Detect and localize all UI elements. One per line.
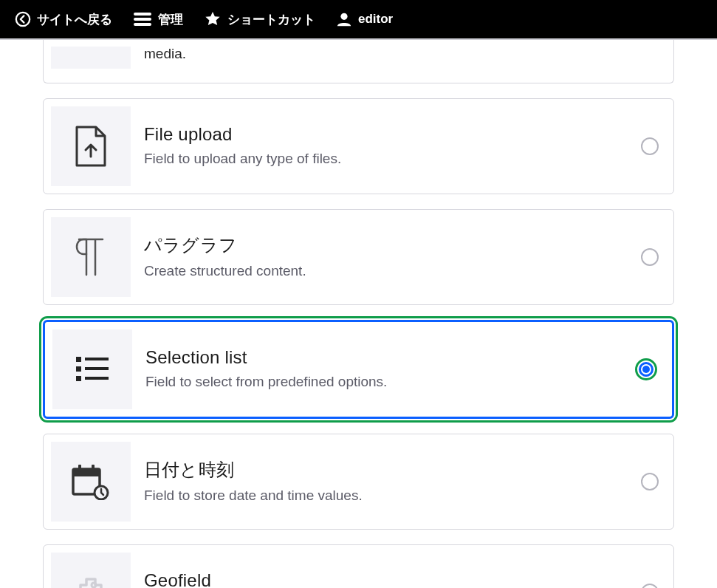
field-desc: media. — [144, 44, 659, 64]
manage-label: 管理 — [158, 11, 183, 28]
radio-input[interactable] — [641, 473, 659, 490]
back-to-site-link[interactable]: サイトへ戻る — [6, 7, 121, 33]
svg-point-4 — [340, 13, 347, 20]
shortcut-label: ショートカット — [227, 11, 315, 28]
field-type-list: media. File upload Field to upload any t… — [0, 40, 717, 588]
svg-rect-13 — [78, 465, 81, 472]
geofield-icon — [51, 553, 131, 588]
svg-rect-14 — [92, 465, 95, 472]
svg-rect-10 — [85, 377, 109, 380]
file-upload-icon — [51, 106, 131, 186]
field-desc: Field to select from predefined options. — [145, 372, 623, 392]
field-option-date-time[interactable]: 日付と時刻 Field to store date and time value… — [43, 434, 674, 530]
admin-topbar: サイトへ戻る 管理 ショートカット editor — [0, 0, 717, 38]
field-option-media-partial[interactable]: media. — [43, 40, 674, 83]
back-label: サイトへ戻る — [37, 11, 112, 28]
svg-rect-9 — [76, 376, 81, 381]
menu-icon — [133, 11, 152, 27]
field-option-file-upload[interactable]: File upload Field to upload any type of … — [43, 98, 674, 194]
svg-rect-7 — [76, 366, 81, 372]
field-title: File upload — [144, 124, 629, 145]
star-icon — [204, 10, 222, 28]
media-icon — [51, 47, 131, 69]
user-menu[interactable]: editor — [327, 7, 402, 32]
radio-input[interactable] — [635, 358, 657, 380]
svg-rect-1 — [134, 13, 151, 16]
field-title: 日付と時刻 — [144, 458, 629, 482]
manage-link[interactable]: 管理 — [124, 7, 192, 33]
field-desc: Create structured content. — [144, 261, 629, 281]
svg-rect-3 — [134, 23, 151, 26]
field-title: パラグラフ — [144, 233, 629, 257]
svg-rect-8 — [85, 367, 109, 370]
user-icon — [336, 11, 352, 27]
svg-point-16 — [92, 583, 96, 587]
selection-list-icon — [52, 329, 132, 409]
field-option-geofield[interactable]: Geofield This field stores geospatial in… — [43, 544, 674, 588]
paragraph-icon — [51, 217, 131, 297]
svg-rect-6 — [85, 358, 109, 360]
field-title: Geofield — [144, 570, 629, 588]
radio-input[interactable] — [641, 584, 659, 588]
shortcut-link[interactable]: ショートカット — [195, 6, 324, 33]
field-option-paragraph[interactable]: パラグラフ Create structured content. — [43, 209, 674, 305]
field-desc: Field to upload any type of files. — [144, 149, 629, 168]
svg-rect-12 — [73, 469, 100, 476]
field-desc: Field to store date and time values. — [144, 486, 629, 505]
svg-rect-2 — [134, 18, 151, 21]
user-label: editor — [358, 12, 393, 27]
field-title: Selection list — [145, 347, 623, 368]
back-icon — [15, 11, 31, 27]
radio-input[interactable] — [641, 248, 659, 266]
field-option-selection-list[interactable]: Selection list Field to select from pred… — [43, 320, 674, 419]
radio-input[interactable] — [641, 137, 659, 155]
date-time-icon — [51, 442, 131, 522]
svg-point-0 — [16, 13, 30, 26]
svg-rect-5 — [76, 357, 81, 362]
